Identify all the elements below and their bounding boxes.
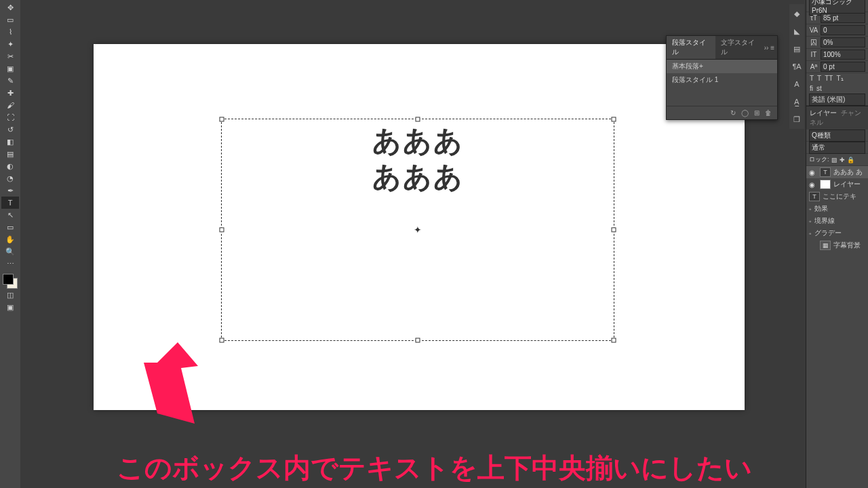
frame-tool-icon[interactable]: ▣ — [1, 62, 19, 75]
move-tool-icon[interactable]: ✥ — [1, 1, 19, 14]
styles-dock-icon[interactable]: A̲ — [791, 96, 802, 107]
tracking-field[interactable]: 0% — [821, 37, 865, 47]
panel-collapse-icon[interactable]: ›› — [764, 44, 769, 52]
fx-chevron-icon[interactable]: ◦ — [809, 230, 812, 237]
type-layer-icon: T — [809, 192, 820, 201]
layer-sub-fx[interactable]: ◦ 効果 — [806, 203, 868, 215]
handle-tr[interactable] — [612, 117, 616, 122]
layer-caption-bg-row[interactable]: ◉ ▦ 字幕背景 — [806, 239, 868, 251]
path-tool-icon[interactable]: ↖ — [1, 209, 19, 221]
zoom-tool-icon[interactable]: 🔍 — [1, 245, 19, 258]
lock-all-icon[interactable]: 🔒 — [847, 157, 854, 163]
ligature-st-icon[interactable]: st — [816, 85, 822, 92]
kerning-icon: VA — [809, 26, 818, 34]
tab-paragraph-styles[interactable]: 段落スタイル — [667, 36, 715, 59]
layer-thumb-icon — [820, 180, 831, 189]
properties-dock-icon[interactable]: ◆ — [791, 8, 802, 19]
panel-trash-icon[interactable]: 🗑 — [765, 109, 772, 117]
crop-tool-icon[interactable]: ✂ — [1, 50, 19, 62]
blur-tool-icon[interactable]: ◐ — [1, 160, 19, 172]
more-tools-icon[interactable]: ⋯ — [1, 258, 19, 270]
layer-3-name: 字幕背景 — [833, 241, 861, 250]
vscale-field[interactable]: 100% — [821, 49, 865, 60]
pen-tool-icon[interactable]: ✒ — [1, 184, 19, 197]
blend-mode-field[interactable]: 通常 — [809, 142, 865, 154]
tab-layers[interactable]: レイヤー — [810, 109, 837, 117]
handle-bc[interactable] — [416, 338, 420, 343]
layer-sub2-name: 効果 — [814, 204, 828, 214]
type-caps-icon[interactable]: TT — [825, 75, 833, 82]
panel-menu-icon[interactable]: ≡ — [770, 44, 774, 52]
layer-2-name: レイヤー — [833, 180, 861, 189]
handle-tc[interactable] — [416, 117, 420, 122]
glyphs-dock-icon[interactable]: A — [791, 79, 802, 89]
handle-tl[interactable] — [220, 117, 224, 122]
gradient-tool-icon[interactable]: ▤ — [1, 148, 19, 160]
eyedrop-tool-icon[interactable]: ✎ — [1, 75, 19, 87]
layer-bg-row[interactable]: ◉ レイヤー — [806, 178, 868, 190]
dodge-tool-icon[interactable]: ◔ — [1, 172, 19, 184]
layer-1-name: あああ あ — [833, 167, 863, 177]
type-italic-icon[interactable]: T — [817, 75, 821, 82]
panel-clear-icon[interactable]: ◯ — [741, 109, 749, 117]
brush-tool-icon[interactable]: 🖌 — [1, 99, 19, 111]
layer-sub-text[interactable]: T ここにテキ — [806, 190, 868, 203]
paragraph-styles-panel[interactable]: 段落スタイル 文字スタイル ›› ≡ 基本段落+ 段落スタイル 1 ↻ ◯ ⊞ … — [666, 35, 778, 120]
text-line-1: あああ — [372, 125, 464, 157]
layer-filter-field[interactable]: Q種類 — [809, 129, 865, 142]
pstyle-1[interactable]: 段落スタイル 1 — [667, 73, 777, 87]
swatches-dock-icon[interactable]: ◣ — [791, 26, 802, 37]
mask-mode-icon[interactable]: ◫ — [1, 289, 19, 301]
screen-mode-icon[interactable]: ▣ — [1, 301, 19, 313]
visibility-toggle-icon[interactable]: ◉ — [809, 181, 817, 188]
marquee-tool-icon[interactable]: ▭ — [1, 14, 19, 26]
history-brush-icon[interactable]: ↺ — [1, 123, 19, 136]
docked-icons: ◆ ◣ ▤ ¶A A A̲ ❒ — [789, 4, 804, 129]
lasso-tool-icon[interactable]: ⌇ — [1, 26, 19, 38]
layer-sub-grad[interactable]: ◦ グラデー — [806, 227, 868, 239]
handle-br[interactable] — [612, 338, 616, 343]
stamp-tool-icon[interactable]: ⛶ — [1, 111, 19, 123]
type-layer-icon: T — [820, 167, 831, 177]
ligature-fi-icon[interactable]: fi — [810, 85, 813, 92]
baseline-field[interactable]: 0 pt — [821, 62, 865, 72]
shape-tool-icon[interactable]: ▭ — [1, 221, 19, 233]
cube-dock-icon[interactable]: ❒ — [791, 114, 802, 125]
lock-pos-icon[interactable]: ✚ — [840, 157, 845, 163]
layers-panel-header: レイヤー チャンネル — [806, 106, 868, 129]
lock-pixels-icon[interactable]: ▨ — [831, 157, 837, 163]
char-dock-icon[interactable]: ▤ — [791, 43, 802, 54]
kerning-field[interactable]: 0 — [821, 25, 865, 35]
fx-chevron-icon[interactable]: ◦ — [809, 218, 812, 225]
language-field[interactable]: 英語 (米国) — [809, 94, 865, 106]
pstyle-basic[interactable]: 基本段落+ — [667, 60, 777, 73]
handle-mr[interactable] — [612, 228, 616, 232]
heal-tool-icon[interactable]: ✚ — [1, 87, 19, 99]
tab-character-styles[interactable]: 文字スタイル — [715, 36, 764, 59]
text-content: あああ あああ — [372, 123, 464, 195]
visibility-toggle-icon[interactable]: ◉ — [809, 169, 817, 176]
fg-color-icon[interactable] — [3, 274, 14, 285]
para-dock-icon[interactable]: ¶A — [791, 61, 802, 72]
handle-ml[interactable] — [220, 228, 224, 232]
layer-sub-stroke[interactable]: ◦ 境界線 — [806, 215, 868, 227]
color-swatch[interactable] — [3, 274, 18, 289]
hand-tool-icon[interactable]: ✋ — [1, 233, 19, 245]
font-size-field[interactable]: 85 pt — [821, 13, 865, 23]
text-box[interactable]: あああ あああ ✦ — [221, 119, 614, 341]
layer-text-row[interactable]: ◉ T あああ あ — [806, 166, 868, 178]
vscale-icon: IT — [809, 51, 818, 58]
layer-sub1-name: ここにテキ — [823, 192, 856, 201]
fx-chevron-icon[interactable]: ◦ — [809, 205, 812, 213]
type-tool-icon[interactable]: T — [1, 197, 19, 209]
left-toolbar: ✥ ▭ ⌇ ✦ ✂ ▣ ✎ ✚ 🖌 ⛶ ↺ ◧ ▤ ◐ ◔ ✒ T ↖ ▭ ✋ … — [0, 0, 20, 488]
panel-new-icon[interactable]: ⊞ — [754, 109, 760, 117]
layer-sub4-name: グラデー — [814, 228, 842, 238]
type-bold-icon[interactable]: T — [810, 75, 814, 82]
wand-tool-icon[interactable]: ✦ — [1, 38, 19, 50]
panel-sync-icon[interactable]: ↻ — [730, 109, 736, 117]
annotation-caption: このボックス内でテキストを上下中央揃いにしたい — [0, 449, 868, 487]
eraser-tool-icon[interactable]: ◧ — [1, 136, 19, 148]
type-sub-icon[interactable]: T₁ — [836, 75, 843, 82]
handle-bl[interactable] — [220, 338, 224, 343]
